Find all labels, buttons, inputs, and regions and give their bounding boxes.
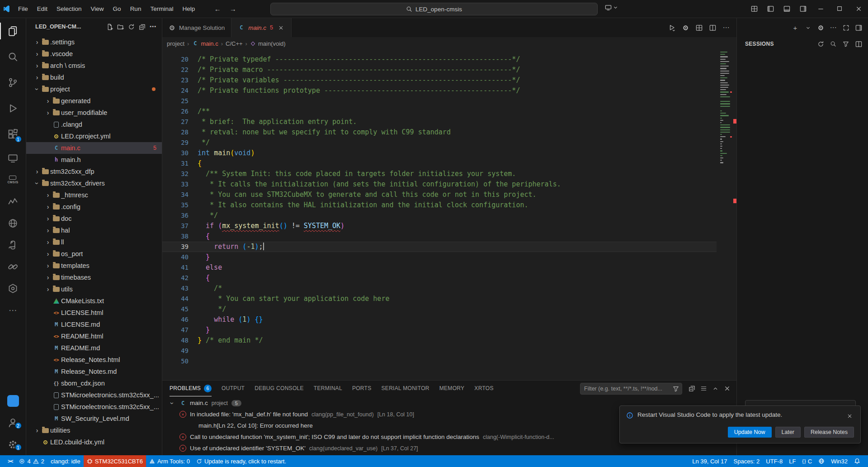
arrow-left-icon[interactable]: ← — [211, 5, 224, 13]
line-number[interactable]: 38 — [162, 231, 189, 242]
tree-item-project[interactable]: ›project — [26, 83, 162, 95]
more-views-icon[interactable]: ⋯ — [0, 299, 26, 321]
line-number[interactable]: 45 — [162, 304, 189, 315]
code-line-46[interactable]: 46 while (1) {} — [162, 315, 717, 325]
line-number[interactable]: 35 — [162, 200, 189, 210]
line-number[interactable]: 25 — [162, 96, 189, 106]
breadcrumb-main-void[interactable]: main(void) — [250, 40, 286, 47]
split-editor-icon[interactable] — [853, 38, 864, 50]
panel-tab-problems[interactable]: PROBLEMS6 — [170, 381, 212, 396]
close-notification-icon[interactable] — [845, 411, 854, 420]
list-icon[interactable] — [698, 383, 709, 395]
tree-item-hal[interactable]: ›hal — [26, 224, 162, 236]
tree-item-main-h[interactable]: main.h — [26, 154, 162, 166]
panel-tab-debug-console[interactable]: DEBUG CONSOLE — [255, 381, 304, 396]
tree-item-utilities[interactable]: ›utilities — [26, 424, 162, 436]
line-number[interactable]: 41 — [162, 262, 189, 273]
tree-item-main-c[interactable]: main.c5 — [26, 142, 162, 154]
code-line-27[interactable]: 27 * brief: The application entry point. — [162, 117, 717, 127]
line-number[interactable]: 37 — [162, 221, 189, 231]
line-number[interactable]: 47 — [162, 325, 189, 335]
code-line-28[interactable]: 28 * retval: none but we specify int to … — [162, 127, 717, 138]
code-line-41[interactable]: 41 else — [162, 262, 717, 273]
target-device[interactable]: STM32C531CBT6 — [84, 455, 146, 467]
code-line-43[interactable]: 43 /* — [162, 283, 717, 294]
clangd-status[interactable]: clangd: idle — [47, 455, 84, 467]
chevron-up-icon[interactable] — [709, 383, 721, 395]
code-line-50[interactable]: 50 — [162, 356, 717, 367]
close-icon[interactable] — [721, 383, 733, 395]
collapse-all-icon[interactable] — [686, 383, 698, 395]
split-editor-icon[interactable] — [707, 22, 718, 33]
tree-item-utils[interactable]: ›utils — [26, 283, 162, 295]
code-line-49[interactable]: 49 — [162, 346, 717, 356]
code-line-47[interactable]: 47 } — [162, 325, 717, 335]
tree-item-htmresc[interactable]: ›_htmresc — [26, 189, 162, 201]
tree-item-release-notes-md[interactable]: Release_Notes.md — [26, 366, 162, 377]
panel-tab-xrtos[interactable]: XRTOS — [474, 381, 493, 396]
tree-item-readme-html[interactable]: README.html — [26, 330, 162, 342]
code-line-29[interactable]: 29 */ — [162, 138, 717, 148]
tree-item-os-port[interactable]: ›os_port — [26, 248, 162, 260]
layout-grid-icon[interactable] — [746, 5, 762, 12]
more-icon[interactable]: ⋯ — [827, 22, 839, 33]
code-line-40[interactable]: 40 } — [162, 252, 717, 262]
tree-item-config[interactable]: ›.config — [26, 201, 162, 213]
code-line-25[interactable]: 25 — [162, 96, 717, 106]
breadcrumb-project[interactable]: project — [167, 40, 184, 47]
tree-item-readme-md[interactable]: README.md — [26, 342, 162, 354]
line-number[interactable]: 31 — [162, 158, 189, 169]
line-number[interactable]: 49 — [162, 346, 189, 356]
code-line-33[interactable]: 33 * It calls the initialization (and se… — [162, 179, 717, 190]
gear-icon[interactable] — [815, 22, 826, 33]
close-icon[interactable] — [849, 5, 868, 12]
problems-status[interactable]: 4 2 — [16, 455, 47, 467]
notifications-bell-icon[interactable] — [851, 455, 863, 467]
search-icon[interactable] — [827, 38, 839, 50]
tree-item-build[interactable]: ›build — [26, 71, 162, 83]
chevron-down-icon[interactable] — [613, 5, 618, 10]
line-number[interactable]: 32 — [162, 169, 189, 179]
layout-sidebar-left-icon[interactable] — [762, 5, 778, 12]
tree-item-templates[interactable]: ›templates — [26, 260, 162, 272]
link-tool-icon[interactable] — [0, 256, 26, 277]
panel-tab-memory[interactable]: MEMORY — [439, 381, 465, 396]
line-number[interactable]: 40 — [162, 252, 189, 262]
menu-terminal[interactable]: Terminal — [146, 0, 178, 18]
more-icon[interactable]: ⋯ — [720, 22, 732, 33]
line-number[interactable]: 34 — [162, 190, 189, 200]
tree-item-cmakelists-txt[interactable]: CMakeLists.txt — [26, 295, 162, 307]
tree-item-release-notes-html[interactable]: Release_Notes.html — [26, 354, 162, 366]
tree-item-doc[interactable]: ›doc — [26, 213, 162, 224]
tree-item-license-html[interactable]: LICENSE.html — [26, 307, 162, 319]
arrow-right-icon[interactable]: → — [226, 5, 239, 13]
menu-run[interactable]: Run — [126, 0, 146, 18]
code-line-24[interactable]: 24/* Private functions prototype -------… — [162, 86, 717, 96]
code-line-35[interactable]: 35 * It also contains the HAL initializa… — [162, 200, 717, 210]
tree-item-license-md[interactable]: LICENSE.md — [26, 319, 162, 330]
indentation[interactable]: Spaces: 2 — [731, 455, 763, 467]
code-editor[interactable]: 20/* Private typedef -------------------… — [162, 50, 736, 380]
release-notes-button[interactable]: Release Notes — [804, 427, 854, 438]
tree-item-stmicroelectronics-stm32c5xx[interactable]: STMicroelectronics.stm32c5xx_... — [26, 389, 162, 401]
cmsis-icon[interactable]: CMSIS — [0, 169, 26, 191]
line-number[interactable]: 50 — [162, 356, 189, 367]
problems-filter[interactable] — [580, 383, 682, 395]
panel-tab-ports[interactable]: PORTS — [352, 381, 372, 396]
new-file-icon[interactable] — [104, 21, 115, 32]
arm-tools-status[interactable]: Arm Tools: 0 — [146, 455, 193, 467]
code-line-38[interactable]: 38 { — [162, 231, 717, 242]
line-number[interactable]: 20 — [162, 54, 189, 65]
remote-window-control[interactable] — [602, 3, 621, 12]
accounts-icon[interactable]: 2 — [0, 412, 26, 434]
command-center-search[interactable]: LED_open-cmsis — [270, 3, 598, 15]
layout-panel-icon[interactable] — [778, 5, 795, 12]
line-number[interactable]: 29 — [162, 138, 189, 148]
minimap[interactable] — [719, 50, 733, 380]
tree-item-user-modifiable[interactable]: ›user_modifiable — [26, 107, 162, 119]
line-number[interactable]: 36 — [162, 210, 189, 221]
code-line-32[interactable]: 32 /** System Init: this code placed in … — [162, 169, 717, 179]
collapse-all-icon[interactable] — [137, 21, 147, 32]
breadcrumb-c-c[interactable]: C/C++ — [226, 40, 243, 47]
tree-item-ll[interactable]: ›ll — [26, 236, 162, 248]
